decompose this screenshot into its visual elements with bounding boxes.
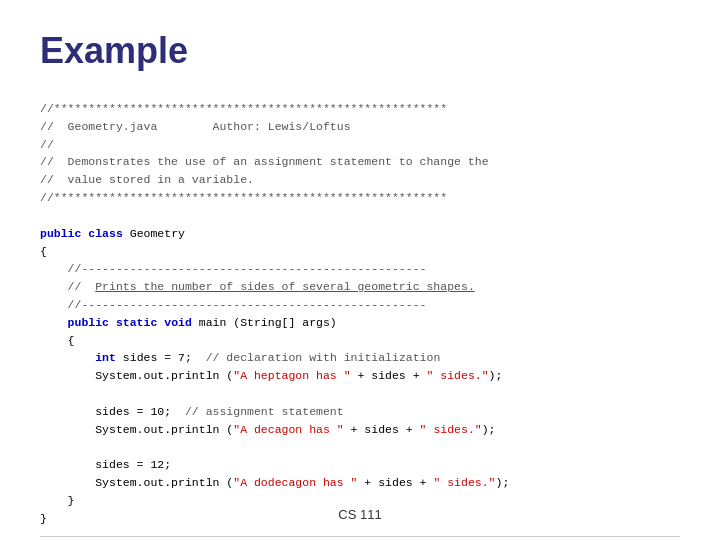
- code-line: sides = 10; // assignment statement: [40, 403, 680, 421]
- code-line: //--------------------------------------…: [40, 296, 680, 314]
- code-line: [40, 438, 680, 456]
- code-line: //: [40, 136, 680, 154]
- code-line: System.out.println ("A decagon has " + s…: [40, 421, 680, 439]
- code-line: int sides = 7; // declaration with initi…: [40, 349, 680, 367]
- code-line: // Demonstrates the use of an assignment…: [40, 153, 680, 171]
- code-block: //**************************************…: [40, 100, 680, 528]
- code-line: System.out.println ("A heptagon has " + …: [40, 367, 680, 385]
- code-line: // value stored in a variable.: [40, 171, 680, 189]
- code-line: [40, 385, 680, 403]
- code-line: public static void main (String[] args): [40, 314, 680, 332]
- slide-title: Example: [40, 30, 680, 72]
- code-line: //**************************************…: [40, 189, 680, 207]
- code-line: sides = 12;: [40, 456, 680, 474]
- code-line: public class Geometry: [40, 225, 680, 243]
- code-line: [40, 207, 680, 225]
- code-line: System.out.println ("A dodecagon has " +…: [40, 474, 680, 492]
- code-line: {: [40, 243, 680, 261]
- slide-footer: Fall 2004 21: [40, 536, 680, 541]
- code-line: // Prints the number of sides of several…: [40, 278, 680, 296]
- code-line: //**************************************…: [40, 100, 680, 118]
- footer-center: CS 111: [338, 507, 381, 522]
- code-line: //--------------------------------------…: [40, 260, 680, 278]
- code-line: // Geometry.java Author: Lewis/Loftus: [40, 118, 680, 136]
- code-line: {: [40, 332, 680, 350]
- slide: Example //******************************…: [0, 0, 720, 540]
